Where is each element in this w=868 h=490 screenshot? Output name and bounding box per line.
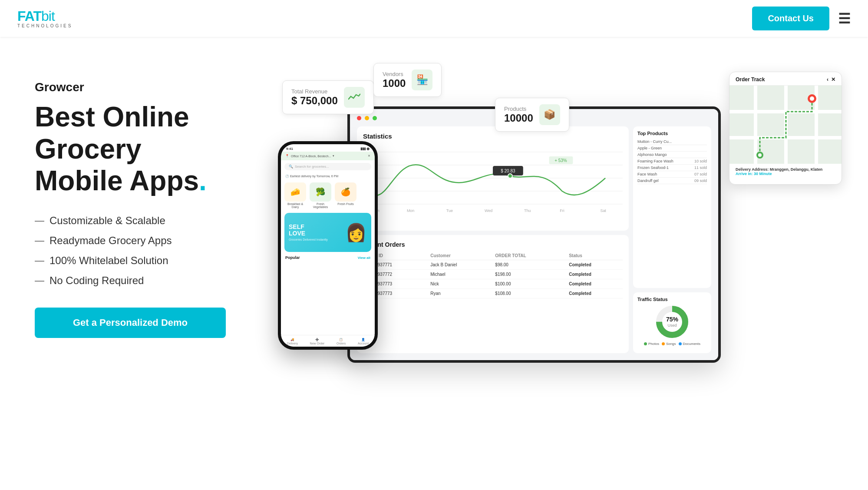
order-track-card: Order Track ‹ ✕: [729, 72, 842, 185]
stat-card-revenue: Total Revenue $ 750,000: [282, 80, 374, 114]
feature-item-2: —Readymade Grocery Apps: [35, 235, 287, 247]
tab-dot-green: [373, 116, 377, 120]
product-item: Apple - Green: [637, 145, 707, 152]
tab-dot-yellow: [365, 116, 369, 120]
svg-text:Sat: Sat: [600, 209, 606, 213]
address-label: Delivery Address: [736, 167, 767, 172]
hero-right: Total Revenue $ 750,000 Vendors 1000 🏪 P…: [287, 54, 833, 445]
recent-orders-title: Recent Orders: [363, 241, 623, 248]
brand-name: Growcer: [35, 80, 287, 94]
product-item: Foaming Face Wash10 sold: [637, 158, 707, 165]
revenue-info: Total Revenue $ 750,000: [291, 88, 338, 107]
phone-nav: 🚚 Delivery ➕ New Order 📋 Orders 👤 Accoun…: [281, 335, 375, 347]
customer-cell: Jack B Daniel: [428, 260, 492, 270]
nav-account[interactable]: 👤 Account: [358, 338, 369, 345]
orders-table: Order ID Customer ORDER TOTAL Status 023…: [363, 252, 623, 298]
phone-popular-row: Popular View all: [281, 254, 375, 262]
product-item: Face Wash07 sold: [637, 171, 707, 178]
category-fruits[interactable]: 🍊 Fresh Fruits: [335, 182, 356, 209]
stat-card-vendors: Vendors 1000 🏪: [373, 63, 442, 97]
logo-tech-text: TECHNOLOGIES: [17, 24, 73, 28]
order-track-controls: ‹ ✕: [827, 76, 835, 83]
arrive-value: 30 Minute: [754, 172, 772, 176]
revenue-value: $ 750,000: [291, 95, 338, 107]
products-info: Products 10000: [504, 106, 533, 124]
table-row: 02375937773 Nick $100.00 Completed: [363, 279, 623, 289]
track-close-icon[interactable]: ✕: [831, 76, 835, 83]
logo-text: FATbit: [17, 9, 73, 23]
phone-signal: ▮▮▮ ◉: [360, 147, 370, 151]
dashboard-content: Statistics 0: [357, 126, 711, 353]
donut-label: 75% Used: [666, 316, 678, 328]
total-cell: $198.00: [492, 270, 566, 279]
product-item: Mutton - Curry Cu...: [637, 139, 707, 145]
total-cell: $100.00: [492, 279, 566, 289]
traffic-status-panel: Traffic Status 75% Used: [633, 292, 711, 353]
hamburger-icon[interactable]: ☰: [838, 10, 851, 27]
tablet-dashboard: Statistics 0: [347, 106, 721, 363]
feature-list: —Customizable & Scalable —Readymade Groc…: [35, 215, 287, 287]
statistics-title: Statistics: [363, 132, 623, 140]
category-img-breakfast: 🧀: [284, 182, 306, 202]
status-cell: Completed: [566, 270, 623, 279]
col-status: Status: [566, 252, 623, 260]
total-cell: $108.00: [492, 289, 566, 298]
category-breakfast[interactable]: 🧀 Breakfast &Dairy: [284, 182, 306, 209]
category-vegetables[interactable]: 🥦 FreshVegetables: [310, 182, 331, 209]
hero-title-dot: .: [199, 165, 207, 196]
nav-delivery[interactable]: 🚚 Delivery: [287, 338, 298, 345]
legend-dot: [679, 342, 682, 345]
svg-text:Tue: Tue: [446, 209, 453, 213]
delivery-info: 🕐 Earliest delivery by Tomorrow, 6 PM: [281, 173, 375, 180]
view-all-link[interactable]: View all: [358, 256, 370, 260]
phone-categories: 🧀 Breakfast &Dairy 🥦 FreshVegetables 🍊 F…: [281, 180, 375, 211]
top-products-title: Top Products: [637, 131, 707, 136]
customer-cell: Michael: [428, 270, 492, 279]
product-name: Dandruff gel: [637, 179, 659, 183]
close-icon: ✕: [368, 154, 370, 158]
nav-orders[interactable]: 📋 Orders: [337, 338, 346, 345]
table-row: 02375937771 Jack B Daniel $98.00 Complet…: [363, 260, 623, 270]
product-sold: 09 sold: [694, 179, 707, 183]
location-icon: 📍: [285, 154, 289, 158]
svg-text:Wed: Wed: [485, 209, 492, 213]
account-nav-label: Account: [358, 342, 369, 345]
category-img-fruits: 🍊: [335, 182, 356, 202]
search-icon: 🔍: [289, 165, 293, 169]
orders-section: Recent Orders Order ID Customer ORDER TO…: [357, 235, 629, 353]
legend-label: Photos: [648, 342, 659, 346]
track-back-icon[interactable]: ‹: [827, 76, 828, 83]
phone-search-bar[interactable]: 🔍 Search for groceries...: [284, 163, 371, 170]
svg-text:+ 53%: + 53%: [554, 158, 567, 163]
feature-label-1: Customizable & Scalable: [50, 215, 165, 227]
vendors-icon: 🏪: [412, 70, 432, 90]
chevron-down-icon: ▾: [333, 154, 334, 158]
demo-cta-button[interactable]: Get a Personalized Demo: [35, 308, 226, 338]
address-value: Mranggen, Delanggu, Klaten: [770, 167, 823, 172]
product-name: Alphonso Mango: [637, 152, 667, 157]
account-nav-icon: 👤: [361, 338, 365, 341]
order-track-title: Order Track: [736, 76, 765, 83]
status-cell: Completed: [566, 260, 623, 270]
products-icon: 📦: [539, 104, 560, 125]
feature-label-2: Readymade Grocery Apps: [50, 235, 172, 247]
delivery-text: Earliest delivery by Tomorrow, 6 PM: [290, 175, 338, 178]
hero-title: Best Online Grocery Mobile Apps.: [35, 101, 287, 197]
top-products-panel: Top Products Mutton - Curry Cu...Apple -…: [633, 126, 711, 288]
stat-card-products: Products 10000 📦: [495, 98, 569, 132]
nav-new-order[interactable]: ➕ New Order: [310, 338, 325, 345]
orders-nav-icon: 📋: [339, 338, 343, 341]
vendors-value: 1000: [383, 77, 406, 89]
vendors-label: Vendors: [383, 71, 406, 77]
contact-us-button[interactable]: Contact Us: [752, 7, 829, 30]
table-row: 02375937772 Michael $198.00 Completed: [363, 270, 623, 279]
logo: FATbit TECHNOLOGIES: [17, 9, 73, 28]
hero-title-line1: Best Online Grocery: [35, 101, 189, 165]
svg-text:$ 20.83: $ 20.83: [501, 169, 515, 173]
logo-fat-part: FAT: [17, 8, 41, 24]
svg-point-31: [758, 153, 762, 157]
search-placeholder: Search for groceries...: [295, 165, 329, 169]
product-item: Alphonso Mango: [637, 152, 707, 158]
delivery-icon: 🕐: [285, 175, 289, 178]
product-name: Frozen Seafood-1: [637, 166, 669, 170]
